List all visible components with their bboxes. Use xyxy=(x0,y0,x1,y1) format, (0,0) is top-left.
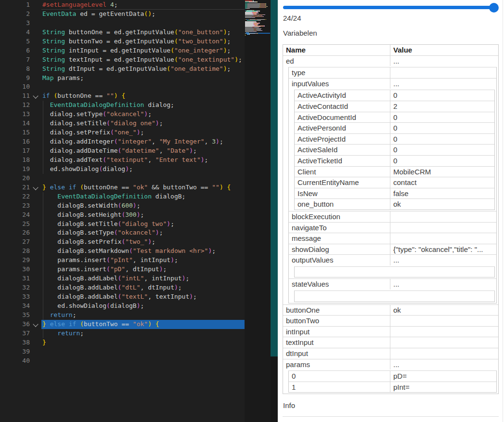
code-line-5[interactable]: 5String buttonTwo = ed.getInputValue("tw… xyxy=(0,37,271,46)
code-text[interactable]: params.insert("pInt", intInput); xyxy=(41,256,271,265)
code-text[interactable]: dialogB.setWidth(600); xyxy=(41,201,271,211)
row-stateValues[interactable]: stateValues ... xyxy=(289,278,496,290)
code-line-20[interactable]: 20 xyxy=(0,174,271,183)
code-text[interactable]: dialog.setTitle("dialog one"); xyxy=(41,119,271,128)
code-line-21[interactable]: 21} else if (buttonOne == "ok" && button… xyxy=(0,183,271,192)
code-line-35[interactable]: 35 return; xyxy=(0,311,271,320)
code-text[interactable]: dialogB.setHeight(300); xyxy=(41,211,271,220)
code-line-15[interactable]: 15 dialog.setPrefix("one_"); xyxy=(0,128,271,137)
step-slider-track[interactable] xyxy=(283,6,498,9)
code-text[interactable] xyxy=(41,347,271,356)
code-line-11[interactable]: 11if (buttonOne == "") { xyxy=(0,92,271,101)
code-text[interactable]: String buttonOne = ed.getInputValue("one… xyxy=(41,28,271,37)
code-line-6[interactable]: 6String intInput = ed.getInputValue("one… xyxy=(0,46,271,55)
code-line-23[interactable]: 23 dialogB.setWidth(600); xyxy=(0,201,271,211)
code-line-3[interactable]: 3 xyxy=(0,19,271,28)
code-text[interactable]: ed.showDialog(dialog); xyxy=(41,165,271,174)
editor-scrollbar[interactable] xyxy=(271,0,278,422)
code-editor[interactable]: 1#setLanguageLevel 4;2EventData ed = get… xyxy=(0,0,271,422)
code-line-19[interactable]: 19 ed.showDialog(dialog); xyxy=(0,165,271,174)
code-line-12[interactable]: 12 EventDataDialogDefinition dialog; xyxy=(0,101,271,110)
editor-scrollbar-thumb[interactable] xyxy=(271,0,278,356)
code-text[interactable]: String buttonTwo = ed.getInputValue("two… xyxy=(41,37,271,46)
code-line-4[interactable]: 4String buttonOne = ed.getInputValue("on… xyxy=(0,28,271,37)
code-text[interactable]: dialogB.setMarkdown("Test markdown <hr>"… xyxy=(41,247,271,256)
code-line-29[interactable]: 29 params.insert("pInt", intInput); xyxy=(0,256,271,265)
panel-scrollbar-track[interactable] xyxy=(503,0,503,422)
code-text[interactable]: dialog.addText("textinput", "Enter text"… xyxy=(41,156,271,165)
code-text[interactable]: dialogB.setTitle("dialog two"); xyxy=(41,220,271,229)
code-text[interactable] xyxy=(41,174,271,183)
code-line-14[interactable]: 14 dialog.setTitle("dialog one"); xyxy=(0,119,271,128)
code-text[interactable]: EventData ed = getEventData(); xyxy=(41,10,271,19)
code-line-40[interactable]: 40 xyxy=(0,356,271,366)
code-line-9[interactable]: 9Map params; xyxy=(0,74,271,83)
code-line-33[interactable]: 33 dialogB.addLabel("textL", textInput); xyxy=(0,292,271,302)
code-line-7[interactable]: 7String textInput = ed.getInputValue("on… xyxy=(0,55,271,65)
row-inputValues[interactable]: inputValues ... xyxy=(289,78,496,89)
step-slider-handle[interactable] xyxy=(489,3,499,13)
code-line-2[interactable]: 2EventData ed = getEventData(); xyxy=(0,10,271,19)
fold-gutter xyxy=(30,265,41,274)
code-text[interactable]: params.insert("pD", dtInput); xyxy=(41,265,271,274)
code-text[interactable]: Map params; xyxy=(41,74,271,83)
code-line-34[interactable]: 34 ed.showDialog(dialogB); xyxy=(0,302,271,311)
code-lines[interactable]: 1#setLanguageLevel 4;2EventData ed = get… xyxy=(0,0,271,366)
code-text[interactable]: dialog.setPrefix("one_"); xyxy=(41,128,271,137)
code-text[interactable]: dialog.addInteger("integer", "My Integer… xyxy=(41,137,271,146)
minimap[interactable] xyxy=(245,0,271,422)
code-text[interactable]: dialogB.setPrefix("two_"); xyxy=(41,237,271,247)
code-text[interactable]: return; xyxy=(41,329,271,338)
code-text[interactable]: dialogB.setType("okcancel"); xyxy=(41,228,271,237)
code-text[interactable]: dialogB.addLabel("dtL", dtInput); xyxy=(41,283,271,292)
code-text[interactable]: EventDataDialogDefinition dialogB; xyxy=(41,192,271,201)
code-line-8[interactable]: 8String dtInput = ed.getInputValue("one_… xyxy=(0,65,271,74)
code-text[interactable]: } xyxy=(41,338,271,347)
code-line-32[interactable]: 32 dialogB.addLabel("dtL", dtInput); xyxy=(0,283,271,292)
code-line-1[interactable]: 1#setLanguageLevel 4; xyxy=(0,0,271,10)
row-params[interactable]: params ... xyxy=(283,359,498,370)
step-slider[interactable] xyxy=(283,3,499,13)
code-line-24[interactable]: 24 dialogB.setHeight(300); xyxy=(0,211,271,220)
code-text[interactable]: String intInput = ed.getInputValue("one_… xyxy=(41,46,271,55)
code-line-28[interactable]: 28 dialogB.setMarkdown("Test markdown <h… xyxy=(0,247,271,256)
code-line-31[interactable]: 31 dialogB.addLabel("intL", intInput); xyxy=(0,274,271,283)
code-line-38[interactable]: 38} xyxy=(0,338,271,347)
code-line-17[interactable]: 17 dialog.addDateTime("datetime", "Date"… xyxy=(0,146,271,156)
code-text[interactable]: EventDataDialogDefinition dialog; xyxy=(41,101,271,110)
code-text[interactable] xyxy=(41,82,271,92)
code-text[interactable]: String dtInput = ed.getInputValue("one_d… xyxy=(41,65,271,74)
code-text[interactable]: String textInput = ed.getInputValue("one… xyxy=(41,55,271,65)
fold-chevron-down-icon[interactable] xyxy=(30,92,41,101)
code-line-36[interactable]: 36} else if (buttonTwo == "ok") { xyxy=(0,320,271,329)
code-text[interactable] xyxy=(41,19,271,28)
code-text[interactable]: #setLanguageLevel 4; xyxy=(41,0,271,10)
code-line-13[interactable]: 13 dialog.setType("okcancel"); xyxy=(0,110,271,119)
code-line-25[interactable]: 25 dialogB.setTitle("dialog two"); xyxy=(0,220,271,229)
row-outputValues[interactable]: outputValues ... xyxy=(289,254,496,265)
code-line-30[interactable]: 30 params.insert("pD", dtInput); xyxy=(0,265,271,274)
code-text[interactable]: return; xyxy=(41,311,271,320)
code-line-16[interactable]: 16 dialog.addInteger("integer", "My Inte… xyxy=(0,137,271,146)
code-text[interactable]: dialog.addDateTime("datetime", "Date"); xyxy=(41,146,271,156)
code-line-22[interactable]: 22 EventDataDialogDefinition dialogB; xyxy=(0,192,271,201)
code-text[interactable]: if (buttonOne == "") { xyxy=(41,92,271,101)
line-number: 25 xyxy=(0,220,30,229)
code-text[interactable] xyxy=(41,356,271,366)
fold-chevron-down-icon[interactable] xyxy=(30,183,41,192)
code-line-27[interactable]: 27 dialogB.setPrefix("two_"); xyxy=(0,237,271,247)
code-text[interactable]: } else if (buttonTwo == "ok") { xyxy=(41,320,271,329)
code-text[interactable]: dialogB.addLabel("textL", textInput); xyxy=(41,292,271,302)
row-showDialog[interactable]: showDialog {"type": "okcancel","title": … xyxy=(289,244,496,255)
code-text[interactable]: ed.showDialog(dialogB); xyxy=(41,302,271,311)
code-line-39[interactable]: 39 xyxy=(0,347,271,356)
code-line-10[interactable]: 10 xyxy=(0,82,271,92)
code-line-37[interactable]: 37 return; xyxy=(0,329,271,338)
fold-chevron-down-icon[interactable] xyxy=(30,320,41,329)
code-line-18[interactable]: 18 dialog.addText("textinput", "Enter te… xyxy=(0,156,271,165)
code-text[interactable]: } else if (buttonOne == "ok" && buttonTw… xyxy=(41,183,271,192)
code-text[interactable]: dialog.setType("okcancel"); xyxy=(41,110,271,119)
code-line-26[interactable]: 26 dialogB.setType("okcancel"); xyxy=(0,228,271,237)
code-text[interactable]: dialogB.addLabel("intL", intInput); xyxy=(41,274,271,283)
row-ed[interactable]: ed ... xyxy=(283,55,498,66)
